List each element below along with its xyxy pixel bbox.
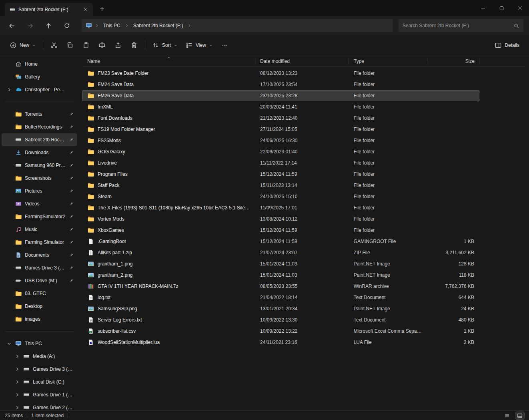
sidebar-item[interactable]: 03. GTFC — [2, 287, 77, 300]
sidebar-item-this-pc[interactable]: This PC — [2, 337, 77, 350]
status-divider — [68, 413, 68, 418]
new-tab-button[interactable] — [97, 4, 107, 14]
sidebar-item[interactable]: Sabrent 2tb Rocket — [2, 133, 77, 146]
sidebar-item[interactable]: Documents — [2, 249, 77, 261]
search-icon[interactable] — [513, 23, 519, 29]
usb-icon — [15, 277, 22, 284]
file-row[interactable]: Livedrive 11/11/2022 17:14 File folder — [82, 157, 479, 169]
address-bar[interactable]: This PC Sabrent 2tb Rocket (F:) — [82, 19, 393, 32]
close-button[interactable] — [511, 0, 529, 16]
sidebar-item[interactable]: Downloads — [2, 146, 77, 159]
explorer-tab[interactable]: Sabrent 2tb Rocket (F:) — [5, 3, 93, 16]
breadcrumb-item[interactable]: This PC — [102, 22, 129, 29]
share-button[interactable] — [110, 38, 126, 52]
chevron-down-icon[interactable] — [6, 341, 12, 346]
file-name: FM24 Save Data — [98, 82, 134, 87]
column-header-name[interactable]: Name — [82, 56, 255, 66]
minimize-button[interactable] — [474, 0, 492, 16]
chevron-right-icon[interactable] — [14, 354, 20, 359]
delete-button[interactable] — [126, 38, 142, 52]
sidebar-item-drive[interactable]: Games Drive 3 (B:) — [2, 363, 77, 376]
sidebar-item[interactable]: Samsung 960 Pro (I — [2, 159, 77, 172]
sidebar-item[interactable]: USB Drive (M:) — [2, 274, 77, 287]
folder-icon — [88, 92, 94, 99]
file-row[interactable]: FS25Mods 24/06/2025 16:30 File folder — [82, 135, 479, 146]
folder-icon — [15, 290, 22, 297]
column-header-date-modified[interactable]: Date modified — [255, 56, 349, 66]
file-row[interactable]: log.txt 21/04/2022 18:14 Text Document 6… — [82, 292, 479, 303]
back-button[interactable] — [5, 19, 18, 32]
file-row[interactable]: fmXML 20/03/2024 11:41 File folder — [82, 101, 479, 113]
sidebar-item[interactable]: Games Drive 3 (B:) — [2, 261, 77, 274]
column-header-size[interactable]: Size — [427, 56, 479, 66]
sidebar-item[interactable]: Pictures — [2, 185, 77, 197]
sidebar-item[interactable]: Videos — [2, 197, 77, 210]
sidebar-item[interactable]: images — [2, 313, 77, 326]
search-box[interactable] — [399, 19, 523, 32]
chevron-right-icon[interactable] — [6, 87, 12, 92]
chevron-right-icon[interactable] — [14, 392, 20, 398]
sidebar-item[interactable]: Music — [2, 223, 77, 236]
file-row[interactable]: GOG Galaxy 22/09/2023 01:40 File folder — [82, 146, 479, 157]
chevron-right-icon[interactable] — [14, 405, 20, 410]
sidebar-item[interactable]: Screenshots — [2, 172, 77, 185]
file-row[interactable]: Font Downloads 21/12/2023 12:40 File fol… — [82, 113, 479, 124]
up-button[interactable] — [42, 19, 55, 32]
sidebar-item-drive[interactable]: Media (A:) — [2, 350, 77, 363]
chevron-right-icon[interactable] — [14, 379, 20, 385]
file-row[interactable]: Staff Pack 15/11/2023 13:14 File folder — [82, 180, 479, 191]
list-view-toggle[interactable] — [503, 412, 511, 419]
copy-button[interactable] — [62, 38, 78, 52]
file-row[interactable]: WoodSellStationMultiplier.lua 24/11/2021… — [82, 337, 479, 348]
cut-button[interactable] — [46, 38, 62, 52]
details-view-toggle[interactable] — [515, 412, 524, 419]
search-input[interactable] — [403, 23, 510, 28]
file-row[interactable]: Steam 24/10/2025 15:10 File folder — [82, 191, 479, 202]
file-row[interactable]: .GamingRoot 15/12/2024 11:59 GAMINGROOT … — [82, 236, 479, 247]
file-date-modified: 15/12/2024 11:59 — [255, 227, 349, 233]
file-row[interactable]: Server Log Errors.txt 10/09/2022 13:30 T… — [82, 314, 479, 326]
chevron-right-icon[interactable] — [14, 366, 20, 372]
sidebar-item-drive[interactable]: Games Drive 2 (E:) — [2, 401, 77, 410]
more-button[interactable] — [217, 38, 233, 52]
sidebar-item[interactable]: Home — [2, 58, 77, 70]
file-name: The X-Files (1993) S01-S11 (1080p BluRay… — [98, 205, 250, 211]
sidebar-item[interactable]: Gallery — [2, 70, 77, 83]
sidebar-item-drive[interactable]: Local Disk (C:) — [2, 376, 77, 388]
details-button[interactable]: Details — [491, 38, 523, 52]
view-button[interactable]: View — [182, 38, 217, 52]
forward-button[interactable] — [23, 19, 37, 32]
column-header-type[interactable]: Type — [349, 56, 427, 66]
sidebar-item[interactable]: FarmingSimulator2 — [2, 210, 77, 223]
file-row[interactable]: a, subscriber-list.csv 10/09/2022 13:22 … — [82, 326, 479, 337]
sidebar-item[interactable]: Desktop — [2, 300, 77, 313]
sidebar-item[interactable]: Farming Simulator — [2, 236, 77, 249]
sidebar-item[interactable]: Torrents — [2, 108, 77, 121]
new-button[interactable]: New — [6, 38, 40, 52]
paste-button[interactable] — [78, 38, 94, 52]
file-row[interactable]: FS19 Mod Folder Manager 27/11/2024 15:05… — [82, 124, 479, 135]
file-row[interactable]: Vortex Mods 13/08/2024 10:12 File folder — [82, 213, 479, 225]
sort-button[interactable]: Sort — [148, 38, 182, 52]
file-row[interactable]: GTA IV 1TH YEAR NBPACK-MAIN.7z 08/05/202… — [82, 281, 479, 292]
tab-close-icon[interactable] — [82, 6, 90, 14]
chevron-right-icon[interactable] — [187, 23, 192, 28]
sidebar-item-drive[interactable]: Games Drive 1 (D:) — [2, 388, 77, 401]
maximize-button[interactable] — [492, 0, 511, 16]
file-row[interactable]: FM23 Save Date Folder 08/12/2023 13:23 F… — [82, 68, 479, 79]
breadcrumb-item[interactable]: Sabrent 2tb Rocket (F:) — [132, 22, 192, 29]
file-row[interactable]: XboxGames 15/12/2024 11:59 File folder — [82, 225, 479, 236]
sidebar-item[interactable]: BufferRecordings — [2, 121, 77, 133]
file-row[interactable]: grantham_1.png 15/01/2024 11:03 Paint.NE… — [82, 258, 479, 269]
sidebar-item[interactable]: Christopher - Persona — [2, 83, 77, 96]
file-row[interactable]: AllKits part 1.zip 21/07/2024 23:07 ZIP … — [82, 247, 479, 258]
file-row[interactable]: Program Files 15/12/2024 11:59 File fold… — [82, 169, 479, 180]
file-row[interactable]: The X-Files (1993) S01-S11 (1080p BluRay… — [82, 202, 479, 213]
file-row[interactable]: grantham_2.png 15/01/2024 11:03 Paint.NE… — [82, 269, 479, 281]
file-row[interactable]: FM24 Save Data 17/10/2025 23:54 File fol… — [82, 79, 479, 90]
file-row[interactable]: FM26 Save Data 23/10/2025 23:28 File fol… — [82, 90, 479, 101]
rename-button[interactable] — [94, 38, 110, 52]
chevron-right-icon[interactable] — [124, 23, 129, 28]
file-row[interactable]: SamsungSSD.png 13/01/2021 20:34 Paint.NE… — [82, 303, 479, 314]
refresh-button[interactable] — [60, 19, 74, 32]
